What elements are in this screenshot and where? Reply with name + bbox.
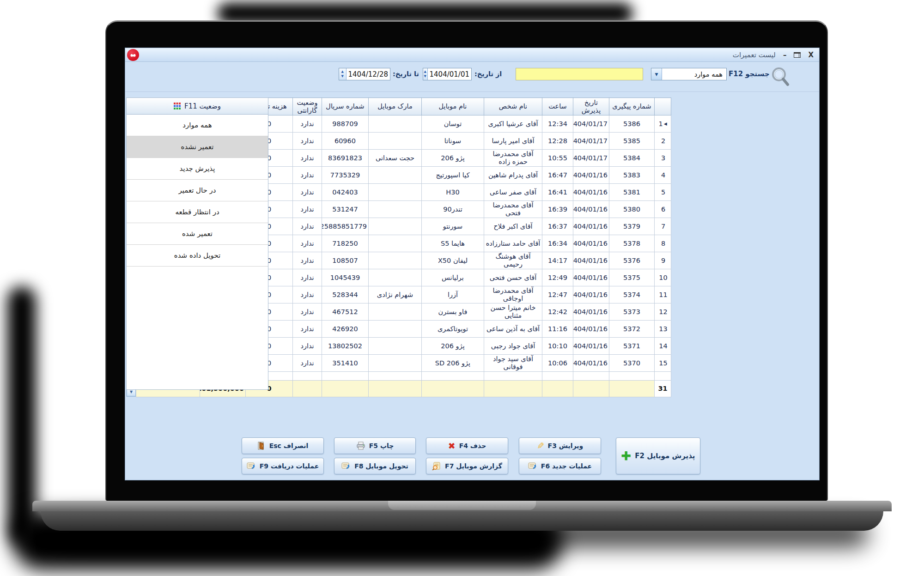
mobile-cell: تویوتاکمری [422, 321, 484, 338]
col-header-person[interactable]: نام شخص [484, 98, 542, 115]
row-number-cell: 9 [655, 252, 671, 269]
sidebar-item-label: پذیرش جدید [180, 164, 215, 173]
date-spinner-icon[interactable]: ▲▼ [339, 68, 346, 80]
mobile-cell: تندر90 [422, 201, 484, 218]
chevron-down-icon[interactable]: ▼ [651, 68, 662, 80]
row-number-cell: 15 [655, 355, 671, 372]
mobile-cell: سوناتا [422, 133, 484, 150]
card-arrow-icon [247, 462, 256, 470]
minimize-button[interactable]: – [783, 52, 787, 59]
time-cell: 12:34 [542, 115, 573, 133]
col-header-rownum[interactable] [655, 98, 671, 115]
brand-cell [369, 269, 422, 286]
date-cell: 1404/01/16 [573, 321, 609, 338]
col-header-date[interactable]: تاریخ پذیرش [573, 98, 609, 115]
mockup-shadow [7, 286, 36, 545]
laptop-base-body [41, 511, 883, 531]
row-number-cell: 10 [655, 269, 671, 286]
person-cell: آقای پدرام شاهین [484, 167, 542, 184]
receive-operations-button[interactable]: عملیات دریافت F9 [242, 458, 324, 474]
accept-mobile-button[interactable]: پذیرش موبایل F2 ✚ [616, 437, 700, 474]
to-date-label: تا تاریخ: [393, 70, 419, 78]
new-operation-button[interactable]: عملیات جدید F6 [519, 458, 601, 474]
serial-cell: 528344 [322, 286, 369, 303]
sidebar-status-item[interactable]: تحویل داده شده [127, 245, 268, 267]
tracking-cell: 5385 [609, 133, 655, 150]
serial-cell: 718250 [322, 235, 369, 252]
search-input[interactable] [516, 68, 643, 80]
col-header-serial[interactable]: شماره سریال [322, 98, 369, 115]
sidebar-status-item[interactable]: تعمیر نشده [127, 136, 268, 158]
person-cell: آقای امیر پارسا [484, 133, 542, 150]
col-header-warranty[interactable]: وضعیت گارانتی [293, 98, 322, 115]
serial-cell: 7735329 [322, 167, 369, 184]
date-cell: 1404/01/16 [573, 338, 609, 355]
sidebar-status-item[interactable]: پذیرش جدید [127, 158, 268, 180]
tracking-cell: 5383 [609, 167, 655, 184]
mobile-cell: پژو 206 [422, 338, 484, 355]
mobile-cell: سورنتو [422, 218, 484, 235]
brand-cell [369, 338, 422, 355]
maximize-icon[interactable] [794, 52, 801, 58]
mobile-cell: لیفان X50 [422, 252, 484, 269]
brand-cell [369, 235, 422, 252]
date-spinner-icon[interactable]: ▲▼ [423, 68, 428, 80]
warranty-cell: ندارد [293, 355, 322, 372]
brand-cell [369, 201, 422, 218]
serial-cell: 042403 [322, 184, 369, 201]
col-header-brand[interactable]: مارک موبایل [369, 98, 422, 115]
exit-door-icon [257, 442, 266, 450]
time-cell: 12:28 [542, 133, 573, 150]
report-magnifier-icon [432, 462, 441, 470]
time-cell: 14:17 [542, 252, 573, 269]
date-cell: 1404/01/16 [573, 303, 609, 321]
time-cell: 12:42 [542, 303, 573, 321]
mobile-cell: کیا اسپورتیج [422, 167, 484, 184]
cancel-button[interactable]: انصراف Esc [242, 437, 324, 454]
person-cell: خانم میترا حسن مثنایی [484, 303, 542, 321]
serial-cell: 83691823 [322, 150, 369, 167]
tracking-cell: 5372 [609, 321, 655, 338]
sidebar-status-item[interactable]: در حال تعمیر [127, 180, 268, 201]
delete-button[interactable]: حذف F4 ✖ [426, 437, 508, 454]
col-header-tracking[interactable]: شماره پیگیری [609, 98, 655, 115]
date-cell: 1404/01/16 [573, 269, 609, 286]
warranty-cell: ندارد [293, 269, 322, 286]
col-header-time[interactable]: ساعت [542, 98, 573, 115]
serial-cell: 525885851779 [322, 218, 369, 235]
sidebar-item-label: در انتظار قطعه [175, 208, 219, 216]
date-cell: 1404/01/16 [573, 218, 609, 235]
brand-cell [369, 218, 422, 235]
edit-button[interactable]: ویرایش F3 ✎ [519, 437, 601, 454]
close-button[interactable]: X [808, 52, 814, 59]
col-header-mobile[interactable]: نام موبایل [422, 98, 484, 115]
mobile-cell: فاو بسترن [422, 303, 484, 321]
filter-dropdown[interactable]: ▼ همه موارد [651, 68, 727, 80]
brand-cell: حجت سعدانی [369, 150, 422, 167]
summary-row-count: 31 [655, 381, 671, 397]
from-date-field[interactable]: ▲▼ 1404/01/01 [423, 68, 472, 80]
person-cell: آقای محمدرضا اوجاقی [484, 286, 542, 303]
print-button[interactable]: چاپ F5 [334, 437, 416, 454]
serial-cell: 13802502 [322, 338, 369, 355]
sidebar-header-label: وضعیت F11 [184, 102, 221, 110]
mobile-cell: هایما S5 [422, 235, 484, 252]
date-cell: 1404/01/17 [573, 115, 609, 133]
deliver-mobile-button[interactable]: تحویل موبایل F8 [334, 458, 416, 474]
serial-cell: 467512 [322, 303, 369, 321]
row-number-cell: 8 [655, 235, 671, 252]
tracking-cell: 5376 [609, 252, 655, 269]
tracking-cell: 5384 [609, 150, 655, 167]
date-cell: 1404/01/16 [573, 355, 609, 372]
to-date-field[interactable]: ▲▼ 1404/12/28 [339, 68, 390, 80]
mobile-report-button[interactable]: گزارش موبایل F7 [426, 458, 508, 474]
mobile-cell: H30 [422, 184, 484, 201]
sidebar-status-item[interactable]: همه موارد [127, 115, 268, 136]
sidebar-item-label: همه موارد [182, 121, 212, 129]
card-arrow-icon [528, 462, 537, 470]
tracking-cell: 5370 [609, 355, 655, 372]
sidebar-status-item[interactable]: تعمیر شده [127, 223, 268, 245]
app-logo-icon [129, 52, 137, 58]
window-title: لیست تعمیرات [733, 51, 776, 59]
sidebar-status-item[interactable]: در انتظار قطعه [127, 201, 268, 223]
